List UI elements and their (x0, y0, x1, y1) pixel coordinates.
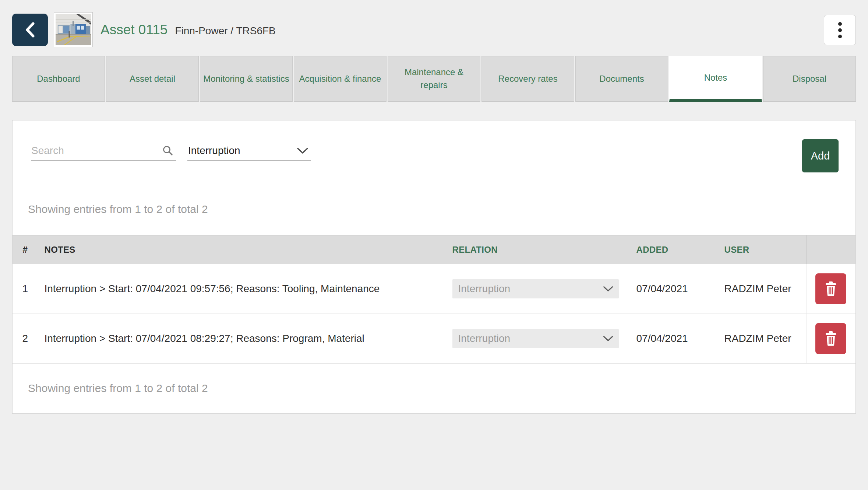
chevron-down-icon (603, 286, 614, 292)
search-field (31, 141, 176, 161)
row-relation-select[interactable]: Interruption (452, 279, 619, 298)
entries-summary-bottom: Showing entries from 1 to 2 of total 2 (13, 364, 855, 413)
entries-summary-top: Showing entries from 1 to 2 of total 2 (13, 183, 855, 235)
added-date: 07/04/2021 (636, 333, 688, 344)
column-header-notes: NOTES (38, 235, 446, 264)
tab-documents[interactable]: Documents (575, 56, 668, 102)
column-header-added[interactable]: ADDED (630, 235, 718, 264)
notes-table: # NOTES RELATION ADDED USER 1 Interrupti… (13, 235, 855, 364)
user-name: RADZIM Peter (724, 283, 791, 295)
trash-icon (824, 331, 837, 346)
tab-acquisition-finance[interactable]: Acquisition & finance (294, 56, 387, 102)
row-index: 1 (13, 264, 38, 314)
row-relation-value: Interruption (458, 333, 511, 344)
row-relation-value: Interruption (458, 283, 511, 295)
notes-toolbar: Interruption Add (13, 120, 855, 183)
row-relation-select[interactable]: Interruption (452, 329, 619, 348)
tab-monitoring-statistics[interactable]: Monitoring & statistics (200, 56, 293, 102)
relation-filter-select[interactable]: Interruption (187, 141, 311, 161)
note-text: Interruption > Start: 07/04/2021 09:57:5… (45, 283, 380, 295)
asset-subtitle: Finn-Power / TRS6FB (175, 25, 275, 37)
factory-photo (56, 14, 91, 45)
asset-title-group: Asset 0115 Finn-Power / TRS6FB (100, 22, 276, 38)
tab-recovery-rates[interactable]: Recovery rates (481, 56, 574, 102)
search-input[interactable] (31, 145, 162, 157)
chevron-down-icon (603, 335, 614, 342)
chevron-left-icon (24, 21, 37, 38)
table-row: 2 Interruption > Start: 07/04/2021 08:29… (13, 314, 855, 364)
tab-notes[interactable]: Notes (669, 56, 762, 102)
more-options-button[interactable] (824, 15, 856, 45)
user-name: RADZIM Peter (724, 333, 791, 344)
entries-summary-bottom-text: Showing entries from 1 to 2 of total 2 (28, 382, 208, 395)
tab-maintenance-repairs[interactable]: Maintenance & repairs (388, 56, 480, 102)
search-icon (162, 145, 174, 157)
relation-filter-value: Interruption (188, 145, 240, 157)
asset-header: Asset 0115 Finn-Power / TRS6FB (12, 12, 856, 47)
back-button[interactable] (12, 14, 48, 46)
added-date: 07/04/2021 (636, 283, 688, 295)
page-title: Asset 0115 (100, 22, 167, 38)
kebab-menu-icon (838, 22, 842, 38)
column-header-user[interactable]: USER (718, 235, 806, 264)
tab-asset-detail[interactable]: Asset detail (106, 56, 199, 102)
table-header-row: # NOTES RELATION ADDED USER (13, 235, 855, 264)
note-text: Interruption > Start: 07/04/2021 08:29:2… (45, 333, 364, 344)
asset-thumbnail (54, 12, 93, 47)
delete-note-button[interactable] (815, 323, 846, 354)
chevron-down-icon (296, 147, 309, 154)
column-header-actions (806, 235, 855, 264)
column-header-relation[interactable]: RELATION (446, 235, 630, 264)
tab-disposal[interactable]: Disposal (763, 56, 856, 102)
row-index: 2 (13, 314, 38, 364)
asset-tab-bar: Dashboard Asset detail Monitoring & stat… (12, 56, 856, 102)
add-note-button[interactable]: Add (802, 139, 839, 172)
trash-icon (824, 281, 837, 297)
tab-dashboard[interactable]: Dashboard (12, 56, 105, 102)
notes-panel: Interruption Add Showing entries from 1 … (12, 120, 856, 414)
table-row: 1 Interruption > Start: 07/04/2021 09:57… (13, 264, 855, 314)
column-header-index: # (13, 235, 38, 264)
delete-note-button[interactable] (815, 273, 846, 304)
entries-summary-top-text: Showing entries from 1 to 2 of total 2 (28, 203, 208, 216)
